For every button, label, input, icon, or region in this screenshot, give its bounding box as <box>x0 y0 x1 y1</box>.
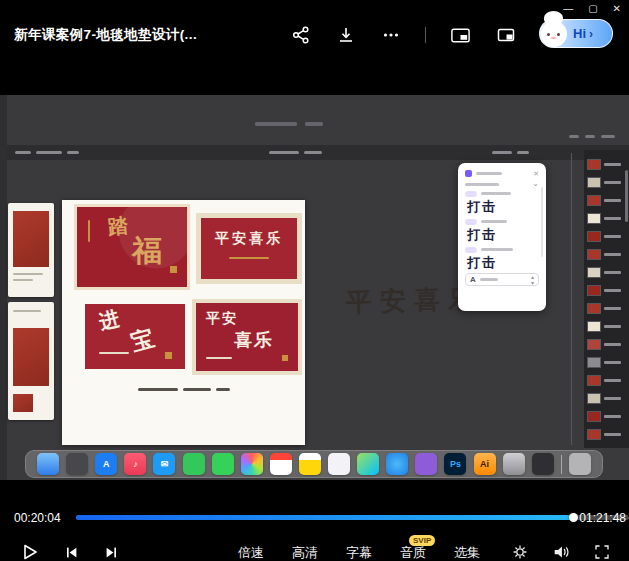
calligraphy-char: 宝 <box>128 325 156 353</box>
font-panel: ✕ ⌄ 打击 打击 打击 A ▴▾ <box>458 163 546 311</box>
font-style-label <box>465 189 539 198</box>
calendar-icon <box>270 453 292 475</box>
facetime-icon <box>183 453 205 475</box>
avatar-hat-decoration <box>544 11 563 24</box>
panel-divider <box>571 153 572 445</box>
progress-thumb[interactable] <box>569 513 578 522</box>
next-button[interactable] <box>104 545 119 560</box>
settings-icon[interactable] <box>512 544 528 560</box>
font-style-label <box>465 245 539 254</box>
font-preview[interactable]: 打击 <box>467 200 539 213</box>
reminders-icon <box>328 453 350 475</box>
carpet-design-3: 进 宝 <box>85 304 185 369</box>
artboard-label-bars <box>255 122 323 126</box>
panel-app-icon <box>465 170 472 177</box>
panel-close-icon[interactable]: ✕ <box>533 170 539 177</box>
menu-item-subtitles[interactable]: 字幕 <box>346 546 372 560</box>
dark-app-icon <box>532 453 554 475</box>
calligraphy-line: 喜乐 <box>234 331 274 349</box>
messages-icon <box>212 453 234 475</box>
carpet-design-2: 平安喜乐 <box>196 213 302 284</box>
fullscreen-icon[interactable] <box>594 544 610 560</box>
menu-item-audio[interactable]: 音质 SVIP <box>400 546 426 560</box>
menu-item-speed[interactable]: 倍速 <box>238 546 264 560</box>
download-icon[interactable] <box>335 24 356 45</box>
design-canvas: 踏 福 平安喜乐 进 宝 平安 喜乐 <box>62 200 305 445</box>
more-icon[interactable] <box>380 24 401 45</box>
app-store-icon: A <box>95 453 117 475</box>
current-time: 00:20:04 <box>14 512 61 524</box>
chevron-right-icon: › <box>589 27 593 41</box>
video-title: 新年课案例7-地毯地垫设计(... <box>14 26 197 44</box>
design-app-toolbar <box>7 145 629 160</box>
font-family-selector[interactable]: ⌄ <box>465 179 539 189</box>
font-preview[interactable]: 打击 <box>467 228 539 241</box>
style-tag <box>465 219 477 225</box>
music-icon: ♪ <box>124 453 146 475</box>
menu-item-episodes[interactable]: 选集 <box>454 546 480 560</box>
photos-icon <box>241 453 263 475</box>
close-icon[interactable]: ✕ <box>613 3 621 15</box>
calligraphy-title: 平安喜乐 <box>196 231 302 245</box>
account-label: Hi <box>573 26 586 41</box>
maximize-icon[interactable]: ▢ <box>588 3 597 15</box>
calligraphy-line: 平安 <box>206 311 238 325</box>
svip-badge: SVIP <box>409 535 435 546</box>
progress-bar[interactable] <box>76 515 629 520</box>
font-size-input[interactable]: A ▴▾ <box>465 273 539 286</box>
launchpad-icon <box>66 453 88 475</box>
mini-player-icon[interactable] <box>495 24 516 45</box>
layer-row <box>587 227 626 245</box>
chevron-down-icon: ⌄ <box>532 180 539 188</box>
player-bar: 00:20:04 01:21:48 倍速 高清 字幕 音质 SVIP 选集 <box>0 480 629 561</box>
layer-row <box>587 371 626 389</box>
toolbar-divider <box>425 27 426 43</box>
previous-button[interactable] <box>64 545 79 560</box>
finder-icon <box>37 453 59 475</box>
play-button[interactable] <box>22 544 38 560</box>
settings-icon <box>503 453 525 475</box>
video-surface[interactable]: 踏 福 平安喜乐 进 宝 平安 喜乐 <box>0 95 629 480</box>
layers-scrollbar[interactable] <box>625 170 628 222</box>
layer-row <box>587 173 626 191</box>
layer-row <box>587 389 626 407</box>
calligraphy-char: 进 <box>97 308 121 332</box>
minimize-icon[interactable]: — <box>563 3 573 15</box>
layer-row <box>587 425 626 443</box>
layer-row <box>587 245 626 263</box>
progress-fill <box>76 515 574 520</box>
menu-item-quality[interactable]: 高清 <box>292 546 318 560</box>
layers-list <box>587 155 626 443</box>
dock: A♪✉PsAi <box>25 450 603 478</box>
layer-row <box>587 191 626 209</box>
layers-panel <box>584 150 629 448</box>
dock-divider <box>561 455 562 474</box>
photoshop-icon: Ps <box>444 453 466 475</box>
font-size-glyph: A <box>470 275 476 284</box>
player-menu: 倍速 高清 字幕 音质 SVIP 选集 <box>238 546 480 560</box>
share-icon[interactable] <box>290 24 311 45</box>
layer-row <box>587 317 626 335</box>
header-toolbar <box>290 24 516 45</box>
slide-thumbnail-2 <box>8 302 54 420</box>
volume-icon[interactable] <box>553 544 570 560</box>
safari-icon <box>386 453 408 475</box>
screen-left-edge <box>0 95 7 480</box>
layer-row <box>587 353 626 371</box>
calligraphy-char: 福 <box>132 236 162 266</box>
layer-row <box>587 299 626 317</box>
menubar-status-icons <box>569 135 615 138</box>
stepper-icon[interactable]: ▴▾ <box>531 274 534 286</box>
font-preview[interactable]: 打击 <box>467 256 539 269</box>
layer-row <box>587 335 626 353</box>
style-tag <box>465 191 477 197</box>
carpet-design-1: 踏 福 <box>74 204 190 290</box>
layer-row <box>587 281 626 299</box>
layer-row <box>587 155 626 173</box>
picture-in-picture-icon[interactable] <box>450 24 471 45</box>
calligraphy-char: 踏 <box>107 215 129 237</box>
account-button[interactable]: Hi › <box>539 19 613 48</box>
window-controls: — ▢ ✕ <box>563 3 621 15</box>
font-style-label <box>465 217 539 226</box>
app-window: — ▢ ✕ 新年课案例7-地毯地垫设计(... <box>0 0 629 561</box>
